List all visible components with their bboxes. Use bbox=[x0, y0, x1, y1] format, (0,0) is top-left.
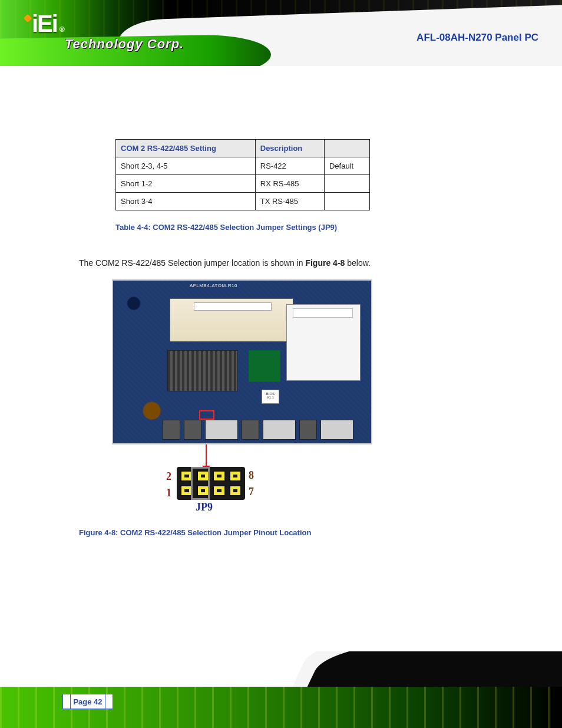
jumper-settings-table: COM 2 RS-422/485 Setting Description Sho… bbox=[115, 139, 370, 210]
registered-mark: ® bbox=[59, 25, 65, 34]
jp9-highlight-box bbox=[200, 411, 213, 419]
pin-icon bbox=[197, 470, 210, 482]
pin-icon bbox=[213, 470, 226, 482]
connector-icon bbox=[163, 420, 180, 440]
page-header: iEi ® Technology Corp. AFL-08AH-N270 Pan… bbox=[0, 0, 562, 66]
board-figure: AFLMB4-ATOM-R10 BIOS V1.1 bbox=[112, 279, 372, 509]
mini-pcie-card bbox=[286, 304, 361, 381]
rear-connectors bbox=[163, 420, 353, 440]
pin-label-1: 1 bbox=[166, 487, 171, 499]
heatsink bbox=[167, 350, 238, 391]
logo-wordmark: iEi bbox=[24, 11, 57, 37]
connector-icon bbox=[205, 420, 238, 440]
pin-icon bbox=[197, 485, 210, 496]
page-footer: Page 42 bbox=[0, 651, 562, 728]
table-row: Short 3-4 TX RS-485 bbox=[116, 193, 370, 210]
logo-dot-icon bbox=[24, 14, 32, 22]
bios-label-sticker: BIOS V1.1 bbox=[262, 390, 279, 404]
pin-icon bbox=[180, 485, 193, 496]
pin-icon bbox=[180, 470, 193, 482]
figure-caption: Figure 4-8: COM2 RS-422/485 Selection Ju… bbox=[79, 528, 311, 537]
location-text-suffix: below. bbox=[345, 258, 371, 268]
pin-label-2: 2 bbox=[166, 470, 171, 483]
pin-icon bbox=[229, 470, 242, 482]
connector-icon bbox=[263, 420, 296, 440]
th-default bbox=[324, 140, 369, 157]
brand-logo: iEi ® bbox=[24, 11, 65, 37]
location-text-prefix: The COM2 RS-422/485 Selection jumper loc… bbox=[79, 258, 305, 268]
connector-icon bbox=[320, 420, 353, 440]
pin-label-8: 8 bbox=[249, 469, 254, 482]
jp9-connector-diagram bbox=[177, 467, 245, 500]
product-title: AFL-08AH-N270 Panel PC bbox=[416, 32, 538, 44]
table-row: Short 1-2 RX RS-485 bbox=[116, 175, 370, 193]
pin-icon bbox=[213, 485, 226, 496]
table-caption: Table 4-4: COM2 RS-422/485 Selection Jum… bbox=[115, 223, 337, 232]
table-row: Short 2-3, 4-5 RS-422 Default bbox=[116, 157, 370, 175]
motherboard-photo: AFLMB4-ATOM-R10 BIOS V1.1 bbox=[112, 279, 372, 444]
th-setting: COM 2 RS-422/485 Setting bbox=[116, 140, 256, 157]
table-header-row: COM 2 RS-422/485 Setting Description bbox=[116, 140, 370, 157]
th-description: Description bbox=[255, 140, 324, 157]
logo-tagline: Technology Corp. bbox=[65, 37, 184, 52]
page-number: Page 42 bbox=[62, 694, 113, 709]
connector-icon bbox=[299, 420, 317, 440]
pin-label-7: 7 bbox=[249, 486, 254, 498]
connector-icon bbox=[184, 420, 201, 440]
pin-icon bbox=[229, 485, 242, 496]
chip-icon bbox=[249, 350, 280, 382]
callout-line bbox=[206, 444, 207, 467]
jp9-label: JP9 bbox=[196, 501, 213, 513]
ram-module bbox=[170, 298, 293, 342]
connector-icon bbox=[242, 420, 259, 440]
location-sentence: The COM2 RS-422/485 Selection jumper loc… bbox=[79, 258, 371, 268]
board-silk-label: AFLMB4-ATOM-R10 bbox=[190, 283, 237, 288]
location-figure-ref: Figure 4-8 bbox=[305, 258, 345, 268]
